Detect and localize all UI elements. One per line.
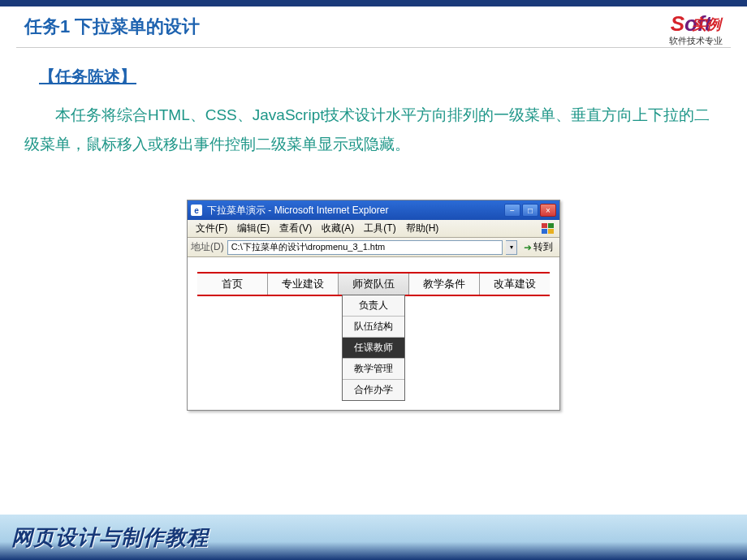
svg-rect-3	[548, 229, 554, 234]
svg-rect-2	[542, 229, 547, 234]
windows-flag-icon	[540, 222, 556, 235]
svg-rect-0	[542, 223, 547, 228]
header-divider	[16, 47, 731, 48]
ie-menubar: 文件(F) 编辑(E) 查看(V) 收藏(A) 工具(T) 帮助(H)	[188, 220, 559, 238]
menu-item-teaching[interactable]: 教学条件	[409, 274, 480, 295]
menu-file[interactable]: 文件(F)	[191, 222, 232, 235]
minimize-button[interactable]: −	[504, 204, 520, 217]
menu-tools[interactable]: 工具(T)	[359, 222, 400, 235]
submenu-item-cooperation[interactable]: 合作办学	[343, 380, 404, 400]
submenu-item-teachers[interactable]: 任课教师	[343, 338, 404, 359]
header-area: 任务1 下拉菜单的设计 Soft实例 软件技术专业	[0, 6, 747, 39]
go-button[interactable]: ➜ 转到	[520, 240, 556, 254]
logo-text: Soft实例	[669, 11, 723, 37]
maximize-button[interactable]: □	[522, 204, 538, 217]
page-title: 任务1 下拉菜单的设计	[24, 15, 723, 39]
address-dropdown-icon[interactable]: ▾	[506, 240, 517, 255]
submenu-item-structure[interactable]: 队伍结构	[343, 317, 404, 338]
ie-window: e 下拉菜单演示 - Microsoft Internet Explorer −…	[187, 200, 560, 411]
logo-subtitle: 软件技术专业	[669, 35, 723, 47]
submenu-item-leader[interactable]: 负责人	[343, 295, 404, 317]
ie-page-icon: e	[191, 205, 202, 216]
ie-address-bar: 地址(D) C:\下拉菜单的设计\dropmenu_3_1.htm ▾ ➜ 转到	[188, 238, 559, 257]
menu-item-faculty-label: 师资队伍	[352, 278, 395, 290]
go-arrow-icon: ➜	[524, 242, 532, 253]
menu-item-faculty[interactable]: 师资队伍 负责人 队伍结构 任课教师 教学管理 合作办学	[339, 274, 409, 295]
address-value: C:\下拉菜单的设计\dropmenu_3_1.htm	[231, 241, 386, 253]
faculty-submenu: 负责人 队伍结构 任课教师 教学管理 合作办学	[342, 295, 405, 401]
go-label: 转到	[533, 240, 553, 254]
menu-item-major[interactable]: 专业建设	[268, 274, 339, 295]
ie-page-content: 首页 专业建设 师资队伍 负责人 队伍结构 任课教师 教学管理 合作办学 教学条…	[188, 257, 559, 410]
section-heading: 【任务陈述】	[39, 66, 747, 88]
menu-fav[interactable]: 收藏(A)	[317, 222, 359, 235]
task-description: 本任务将综合HTML、CSS、JavaScript技术设计水平方向排列的一级菜单…	[24, 101, 723, 159]
footer-title: 网页设计与制作教程	[11, 523, 209, 552]
software-logo: Soft实例 软件技术专业	[669, 11, 723, 47]
ie-titlebar[interactable]: e 下拉菜单演示 - Microsoft Internet Explorer −…	[188, 200, 559, 220]
address-label: 地址(D)	[191, 240, 224, 254]
ie-window-title: 下拉菜单演示 - Microsoft Internet Explorer	[207, 204, 504, 218]
menu-help[interactable]: 帮助(H)	[401, 222, 444, 235]
menu-item-home[interactable]: 首页	[197, 274, 268, 295]
footer-band: 网页设计与制作教程	[0, 515, 747, 560]
window-controls: − □ ×	[504, 204, 556, 217]
close-button[interactable]: ×	[540, 204, 556, 217]
menu-item-reform[interactable]: 改革建设	[480, 274, 550, 295]
svg-rect-1	[548, 223, 554, 228]
menu-edit[interactable]: 编辑(E)	[232, 222, 274, 235]
address-input[interactable]: C:\下拉菜单的设计\dropmenu_3_1.htm	[227, 240, 503, 255]
slide-top-border	[0, 0, 747, 6]
submenu-item-management[interactable]: 教学管理	[343, 359, 404, 380]
dropdown-main-menu: 首页 专业建设 师资队伍 负责人 队伍结构 任课教师 教学管理 合作办学 教学条…	[197, 272, 550, 296]
menu-view[interactable]: 查看(V)	[274, 222, 317, 235]
